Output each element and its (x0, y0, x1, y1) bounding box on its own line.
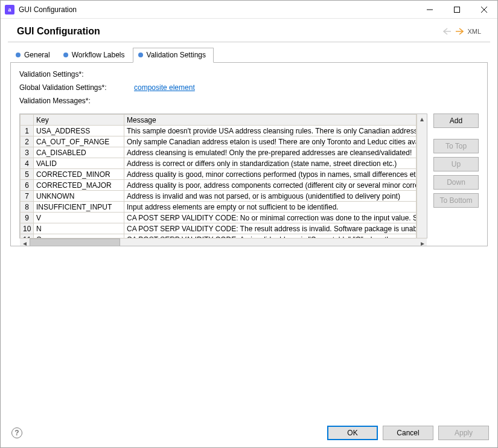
table-row[interactable]: 1USA_ADDRESSThis sample doesn't provide … (21, 126, 417, 136)
row-number[interactable]: 8 (21, 202, 34, 213)
horizontal-scrollbar[interactable]: ◂ ▸ (20, 238, 427, 246)
cell-message[interactable]: Address cleansing is emulated! Only the … (124, 147, 417, 158)
cell-message[interactable]: Address quality is poor, address compone… (124, 180, 417, 191)
ok-button[interactable]: OK (327, 426, 378, 440)
row-number[interactable]: 6 (21, 180, 34, 191)
validation-settings-label: Validation Settings*: (19, 70, 134, 78)
svg-rect-0 (454, 7, 459, 12)
scroll-left-icon[interactable]: ◂ (20, 238, 29, 246)
cell-key[interactable]: V (34, 213, 124, 223)
cell-message[interactable]: Address is correct or differs only in st… (124, 158, 417, 169)
tab-label: Validation Settings (147, 51, 206, 59)
cell-key[interactable]: VALID (34, 158, 124, 169)
row-number[interactable]: 5 (21, 169, 34, 180)
cell-key[interactable]: USA_ADDRESS (34, 126, 124, 136)
row-number[interactable]: 3 (21, 147, 34, 158)
row-number[interactable]: 10 (21, 223, 34, 234)
cell-message[interactable]: Address is invalid and was not parsed, o… (124, 191, 417, 202)
cell-message[interactable]: This sample doesn't provide USA address … (124, 126, 417, 136)
row-number[interactable]: 2 (21, 136, 34, 147)
scroll-thumb[interactable] (30, 238, 120, 246)
cell-key[interactable]: CORRECTED_MINOR (34, 169, 124, 180)
composite-element-link[interactable]: composite element (134, 83, 195, 92)
tab-workflow-labels[interactable]: Workflow Labels (58, 48, 133, 63)
row-number[interactable]: 7 (21, 191, 34, 202)
table-header-row: Key Message (21, 115, 417, 126)
row-number[interactable]: 9 (21, 213, 34, 223)
vertical-scrollbar[interactable]: ▴ (417, 114, 427, 238)
table-row[interactable]: 3CA_DISABLEDAddress cleansing is emulate… (21, 147, 417, 158)
cell-message[interactable]: Input address elements are empty or not … (124, 202, 417, 213)
bullet-icon (63, 53, 68, 57)
cell-key[interactable]: UNKNOWN (34, 191, 124, 202)
nav-forward-icon[interactable] (454, 27, 465, 36)
tab-general[interactable]: General (10, 48, 58, 63)
xml-view-button[interactable]: XML (467, 28, 481, 35)
apply-button[interactable]: Apply (438, 426, 489, 440)
page-title: GUI Configuration (17, 26, 441, 37)
scroll-right-icon[interactable]: ▸ (418, 238, 427, 246)
column-header-key[interactable]: Key (34, 115, 124, 126)
column-header-message[interactable]: Message (124, 115, 417, 126)
messages-grid[interactable]: Key Message 1USA_ADDRESSThis sample does… (19, 114, 427, 238)
tab-label: General (24, 51, 50, 59)
cell-message[interactable]: Only sample Canadian address etalon is u… (124, 136, 417, 147)
cell-message[interactable]: CA POST SERP VALIDITY CODE: No or minima… (124, 213, 417, 223)
table-row[interactable]: 2CA_OUT_OF_RANGEOnly sample Canadian add… (21, 136, 417, 147)
scroll-up-icon[interactable]: ▴ (418, 114, 427, 123)
tab-label: Workflow Labels (72, 51, 125, 59)
window-title: GUI Configuration (19, 5, 416, 14)
row-number[interactable]: 1 (21, 126, 34, 136)
table-row[interactable]: 8INSUFFICIENT_INPUT Input address elemen… (21, 202, 417, 213)
down-button[interactable]: Down (433, 175, 479, 190)
content-panel: Validation Settings*: Global Validation … (10, 62, 488, 246)
add-button[interactable]: Add (433, 114, 479, 128)
table-row[interactable]: 9VCA POST SERP VALIDITY CODE: No or mini… (21, 213, 417, 223)
table-row[interactable]: 7UNKNOWNAddress is invalid and was not p… (21, 191, 417, 202)
cell-key[interactable]: N (34, 223, 124, 234)
cell-key[interactable]: INSUFFICIENT_INPUT (34, 202, 124, 213)
nav-back-icon[interactable] (442, 27, 453, 36)
minimize-button[interactable] (416, 1, 443, 19)
help-icon[interactable]: ? (11, 427, 22, 438)
tab-strip: General Workflow Labels Validation Setti… (10, 47, 488, 62)
cell-key[interactable]: CORRECTED_MAJOR (34, 180, 124, 191)
maximize-button[interactable] (443, 1, 470, 19)
to-top-button[interactable]: To Top (433, 139, 479, 153)
header: GUI Configuration XML (8, 19, 490, 42)
cell-message[interactable]: CA POST SERP VALIDITY CODE: The result a… (124, 223, 417, 234)
side-buttons: Add To Top Up Down To Bottom (433, 114, 479, 238)
validation-messages-label: Validation Messages*: (19, 97, 134, 105)
cell-key[interactable]: CA_OUT_OF_RANGE (34, 136, 124, 147)
table-row[interactable]: 6CORRECTED_MAJORAddress quality is poor,… (21, 180, 417, 191)
row-header-corner[interactable] (21, 115, 34, 126)
table-row[interactable]: 5CORRECTED_MINORAddress quality is good,… (21, 169, 417, 180)
row-number[interactable]: 4 (21, 158, 34, 169)
up-button[interactable]: Up (433, 157, 479, 171)
bullet-icon (16, 53, 21, 57)
cell-message[interactable]: Address quality is good, minor correctio… (124, 169, 417, 180)
table-row[interactable]: 10NCA POST SERP VALIDITY CODE: The resul… (21, 223, 417, 234)
footer: ? OK Cancel Apply (1, 420, 497, 447)
cancel-button[interactable]: Cancel (383, 426, 433, 440)
title-bar: a GUI Configuration (1, 1, 497, 19)
close-button[interactable] (470, 1, 497, 19)
cell-key[interactable]: CA_DISABLED (34, 147, 124, 158)
tab-validation-settings[interactable]: Validation Settings (133, 48, 214, 63)
to-bottom-button[interactable]: To Bottom (433, 193, 479, 208)
global-validation-label: Global Validation Settings*: (19, 83, 134, 92)
table-row[interactable]: 4VALIDAddress is correct or differs only… (21, 158, 417, 169)
app-icon: a (5, 5, 14, 14)
bullet-icon (138, 53, 143, 57)
